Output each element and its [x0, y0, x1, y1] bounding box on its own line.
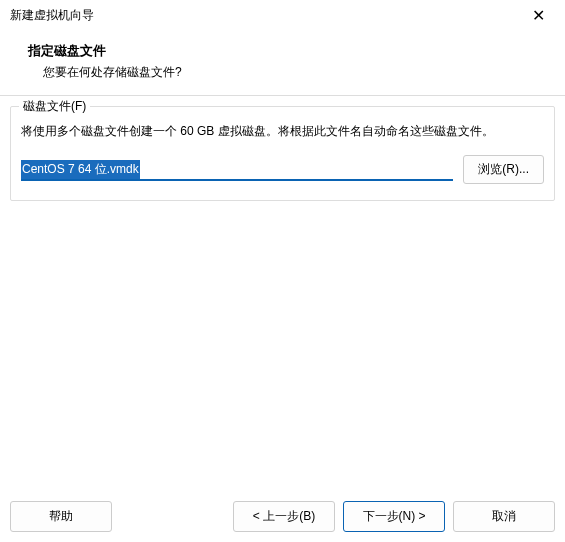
titlebar: 新建虚拟机向导 ✕ [0, 0, 565, 32]
disk-file-input[interactable]: CentOS 7 64 位.vmdk [21, 159, 453, 181]
next-button[interactable]: 下一步(N) > [343, 501, 445, 532]
footer: 帮助 < 上一步(B) 下一步(N) > 取消 [0, 490, 565, 542]
content-area: 磁盘文件(F) 将使用多个磁盘文件创建一个 60 GB 虚拟磁盘。将根据此文件名… [0, 96, 565, 490]
group-label: 磁盘文件(F) [19, 98, 90, 115]
window-title: 新建虚拟机向导 [10, 7, 94, 24]
input-value-selected: CentOS 7 64 位.vmdk [21, 160, 140, 179]
group-description: 将使用多个磁盘文件创建一个 60 GB 虚拟磁盘。将根据此文件名自动命名这些磁盘… [21, 121, 544, 141]
input-row: CentOS 7 64 位.vmdk 浏览(R)... [21, 155, 544, 184]
wizard-header: 指定磁盘文件 您要在何处存储磁盘文件? [0, 32, 565, 96]
page-title: 指定磁盘文件 [28, 42, 565, 60]
cancel-button[interactable]: 取消 [453, 501, 555, 532]
disk-file-group: 磁盘文件(F) 将使用多个磁盘文件创建一个 60 GB 虚拟磁盘。将根据此文件名… [10, 106, 555, 201]
back-button[interactable]: < 上一步(B) [233, 501, 335, 532]
close-icon[interactable]: ✕ [523, 6, 553, 25]
browse-button[interactable]: 浏览(R)... [463, 155, 544, 184]
page-subtitle: 您要在何处存储磁盘文件? [28, 64, 565, 81]
help-button[interactable]: 帮助 [10, 501, 112, 532]
